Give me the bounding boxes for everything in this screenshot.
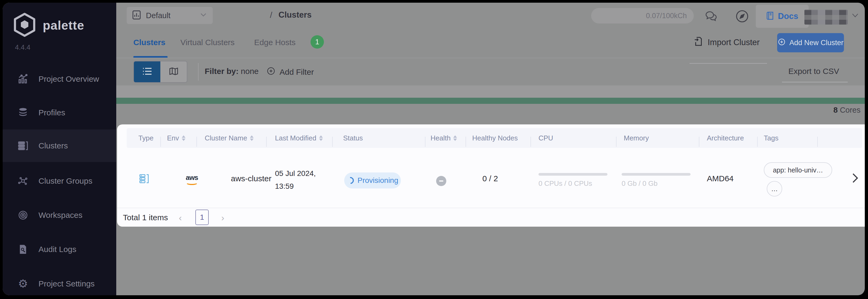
last-modified: 05 Jul 2024, 13:59 xyxy=(275,167,316,193)
healthy-nodes-value: 0 / 2 xyxy=(483,174,498,183)
add-filter-label: Add Filter xyxy=(280,68,314,77)
brand: palette xyxy=(13,12,84,38)
architecture-value: AMD64 xyxy=(707,174,734,183)
sidebar-item-label: Project Overview xyxy=(38,74,99,84)
page-number[interactable]: 1 xyxy=(195,209,209,225)
sidebar-item-audit-logs[interactable]: Audit Logs xyxy=(3,233,116,266)
app-version: 4.4.4 xyxy=(15,43,30,52)
cluster-name[interactable]: aws-cluster xyxy=(231,174,272,183)
import-cluster-button[interactable]: Import Cluster xyxy=(694,36,760,48)
column-separator xyxy=(266,137,267,147)
project-overview-icon xyxy=(17,73,29,85)
column-separator xyxy=(817,137,818,147)
cores-progress-bar xyxy=(116,98,865,104)
screen: palette 4.4.4 Project Overview Profiles xyxy=(0,0,868,299)
sidebar-item-profiles[interactable]: Profiles xyxy=(3,96,116,129)
sidebar-item-clusters[interactable]: Clusters xyxy=(3,130,116,162)
sidebar-item-label: Clusters xyxy=(38,141,68,150)
column-env[interactable]: Env xyxy=(167,134,185,142)
column-type: Type xyxy=(138,134,153,142)
column-last-modified[interactable]: Last Modified xyxy=(275,134,323,142)
sidebar-item-project-overview[interactable]: Project Overview xyxy=(3,63,116,95)
add-filter-button[interactable]: Add Filter xyxy=(267,67,314,77)
column-cluster-name[interactable]: Cluster Name xyxy=(205,134,254,142)
book-icon xyxy=(766,11,774,21)
plus-circle-icon xyxy=(778,38,786,48)
file-import-icon xyxy=(694,36,702,48)
project-selector[interactable]: Default xyxy=(127,7,213,24)
tabs-divider xyxy=(116,58,865,58)
chart-icon xyxy=(132,10,141,21)
total-items: Total 1 items xyxy=(123,213,168,222)
column-separator xyxy=(332,137,333,147)
map-view-button[interactable] xyxy=(160,61,187,82)
column-health[interactable]: Health xyxy=(431,134,457,142)
add-new-cluster-label: Add New Cluster xyxy=(789,39,844,47)
tab-edge-hosts[interactable]: Edge Hosts xyxy=(254,38,296,47)
sort-icon xyxy=(453,135,457,141)
status-badge: Provisioning xyxy=(344,172,401,189)
column-cpu: CPU xyxy=(538,134,553,142)
column-architecture: Architecture xyxy=(707,134,744,142)
sidebar-item-label: Project Settings xyxy=(38,279,95,288)
row-chevron-right-icon[interactable] xyxy=(851,172,859,185)
chat-icon[interactable] xyxy=(705,10,718,24)
docs-button[interactable]: Docs xyxy=(756,5,809,28)
next-page-icon[interactable]: › xyxy=(221,212,224,223)
column-separator xyxy=(757,137,757,147)
chevron-down-icon[interactable] xyxy=(850,12,860,20)
filter-by-text: Filter by: none xyxy=(205,67,259,76)
sidebar-item-label: Cluster Groups xyxy=(38,176,92,186)
palette-logo-icon xyxy=(13,12,36,38)
clusters-icon xyxy=(17,140,29,152)
column-separator xyxy=(466,137,466,147)
column-separator xyxy=(530,137,531,147)
tab-virtual-clusters[interactable]: Virtual Clusters xyxy=(180,38,235,47)
workspaces-icon xyxy=(17,209,29,221)
sort-icon xyxy=(182,135,185,141)
sidebar: palette 4.4.4 Project Overview Profiles xyxy=(3,3,116,295)
table-row[interactable]: aws aws-cluster 05 Jul 2024, 13:59 Provi… xyxy=(127,148,862,208)
user-name-redacted[interactable] xyxy=(804,10,848,25)
sidebar-item-workspaces[interactable]: Workspaces xyxy=(3,199,116,231)
docs-label: Docs xyxy=(778,11,798,21)
cores-count: 8 xyxy=(833,106,838,114)
clusters-table-card: Type Env Cluster Name Last Modified Stat… xyxy=(117,124,865,227)
column-separator xyxy=(196,137,197,147)
chevron-down-icon xyxy=(199,12,207,19)
sidebar-item-label: Audit Logs xyxy=(38,245,76,254)
add-new-cluster-button[interactable]: Add New Cluster xyxy=(777,33,844,52)
spinner-icon xyxy=(345,176,355,186)
export-to-csv-button[interactable]: Export to CSV xyxy=(788,67,839,76)
list-view-icon xyxy=(142,66,153,77)
breadcrumb-current: Clusters xyxy=(278,10,312,20)
column-status: Status xyxy=(343,134,363,142)
filter-by-label: Filter by: xyxy=(205,67,239,75)
tag-chip[interactable]: app: hello-univ… xyxy=(764,162,832,178)
view-mode-toggle xyxy=(133,61,187,83)
aws-env-icon: aws xyxy=(185,173,199,185)
usage-badge: 0.07/100kCh xyxy=(591,8,694,24)
sidebar-item-project-settings[interactable]: ⚙ Project Settings xyxy=(3,267,116,295)
brand-name: palette xyxy=(43,18,84,33)
import-underline xyxy=(689,63,767,64)
status-label: Provisioning xyxy=(358,176,399,185)
memory-value: 0 Gb / 0 Gb xyxy=(622,179,657,188)
tag-overflow-chip[interactable]: … xyxy=(767,181,782,197)
filter-by-value: none xyxy=(241,67,259,75)
compass-icon[interactable] xyxy=(736,10,749,24)
prev-page-icon[interactable]: ‹ xyxy=(179,212,182,223)
column-tags: Tags xyxy=(764,134,778,142)
list-view-button[interactable] xyxy=(134,61,160,82)
sidebar-item-cluster-groups[interactable]: Cluster Groups xyxy=(3,165,116,197)
table-header: Type Env Cluster Name Last Modified Stat… xyxy=(127,128,862,148)
import-cluster-label: Import Cluster xyxy=(708,38,760,47)
audit-logs-icon xyxy=(17,243,29,255)
edge-hosts-count-badge: 1 xyxy=(311,35,324,48)
usage-strip xyxy=(116,86,865,98)
cluster-type-icon xyxy=(138,173,150,185)
cpu-meter xyxy=(538,173,608,176)
tab-clusters[interactable]: Clusters xyxy=(133,38,165,47)
sidebar-item-label: Profiles xyxy=(38,108,65,117)
column-healthy-nodes: Healthy Nodes xyxy=(472,134,518,142)
